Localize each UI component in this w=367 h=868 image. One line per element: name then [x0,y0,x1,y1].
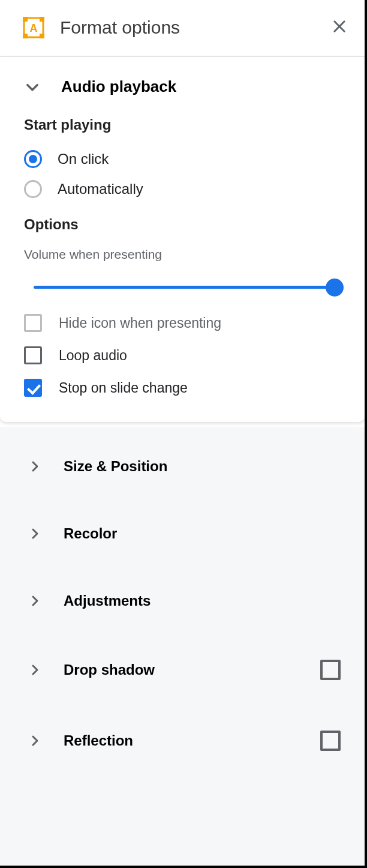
close-button[interactable] [331,18,348,37]
chevron-right-icon [28,663,42,677]
radio-automatically-label: Automatically [58,181,143,197]
svg-text:A: A [30,22,38,34]
radio-icon-selected [24,150,42,168]
recolor-label: Recolor [64,525,341,542]
checkbox-checked-icon [24,379,42,397]
check-loop-audio-label: Loop audio [59,348,127,364]
check-hide-icon-label: Hide icon when presenting [59,315,221,331]
audio-playback-title: Audio playback [61,77,176,96]
slider-thumb[interactable] [326,279,344,297]
drop-shadow-label: Drop shadow [64,662,299,678]
volume-helper: Volume when presenting [0,244,365,268]
section-adjustments[interactable]: Adjustments [0,567,365,634]
adjustments-label: Adjustments [64,592,341,609]
check-stop-on-change[interactable]: Stop on slide change [0,372,365,404]
reflection-checkbox[interactable] [320,731,341,751]
volume-slider[interactable] [0,268,365,307]
size-position-label: Size & Position [64,458,341,475]
slider-track [34,286,335,289]
radio-on-click-label: On click [58,151,109,167]
close-icon [331,18,348,35]
section-size-position[interactable]: Size & Position [0,433,365,500]
reflection-label: Reflection [64,732,299,749]
chevron-down-icon [24,79,41,95]
chevron-right-icon [28,734,42,748]
radio-icon-unselected [24,180,42,198]
chevron-right-icon [28,594,42,608]
svg-rect-1 [23,17,28,22]
svg-rect-2 [40,17,44,22]
format-textframe-icon: A [23,17,44,38]
collapsed-sections: Size & Position Recolor Adjustments Drop… [0,427,365,868]
svg-rect-3 [23,34,28,38]
audio-playback-section: Audio playback Start playing On click Au… [0,57,365,422]
svg-rect-4 [40,34,44,38]
checkbox-unchecked-icon [24,314,42,332]
radio-automatically[interactable]: Automatically [0,174,365,204]
checkbox-unchecked-icon [24,346,42,364]
options-label: Options [0,204,365,244]
drop-shadow-checkbox[interactable] [320,660,341,680]
section-reflection[interactable]: Reflection [0,705,365,776]
section-recolor[interactable]: Recolor [0,500,365,567]
panel-header: A Format options [0,0,365,57]
check-loop-audio[interactable]: Loop audio [0,339,365,372]
chevron-right-icon [28,526,42,541]
radio-on-click[interactable]: On click [0,144,365,174]
check-hide-icon[interactable]: Hide icon when presenting [0,307,365,339]
audio-playback-header[interactable]: Audio playback [0,57,365,116]
section-drop-shadow[interactable]: Drop shadow [0,634,365,705]
panel-title: Format options [60,17,315,38]
check-stop-on-change-label: Stop on slide change [59,380,188,396]
start-playing-label: Start playing [0,116,365,144]
chevron-right-icon [28,459,42,474]
